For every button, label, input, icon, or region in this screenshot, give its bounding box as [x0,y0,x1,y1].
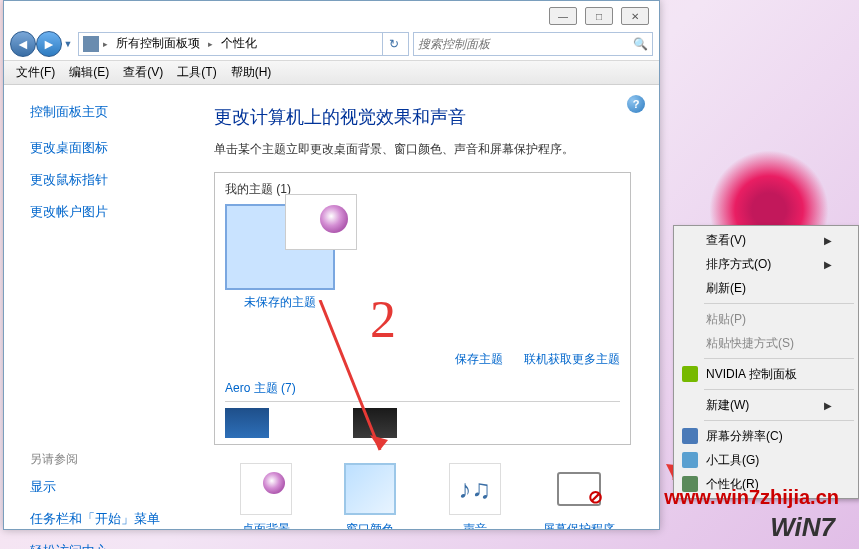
main-content: ? 更改计算机上的视觉效果和声音 单击某个主题立即更改桌面背景、窗口颜色、声音和… [204,85,659,529]
annotation-number-2: 2 [370,290,396,349]
breadcrumb-sep: ▸ [208,39,213,49]
ctx-gadgets[interactable]: 小工具(G) [676,448,856,472]
aero-themes-label: Aero 主题 (7) [225,380,620,402]
screensaver-icon [553,463,605,515]
window-color-button[interactable]: 窗口颜色 天空 [320,463,420,529]
ctx-separator [704,358,854,359]
desktop-context-menu: 查看(V)▶ 排序方式(O)▶ 刷新(E) 粘贴(P) 粘贴快捷方式(S) NV… [673,225,859,499]
page-description: 单击某个主题立即更改桌面背景、窗口颜色、声音和屏幕保护程序。 [214,141,631,158]
forward-button[interactable]: ► [36,31,62,57]
nav-history-dropdown[interactable]: ▼ [62,31,74,57]
breadcrumb-sep: ▸ [103,39,108,49]
sounds-button[interactable]: ♪♫ 声音 Windows 默认 [425,463,525,529]
ctx-nvidia[interactable]: NVIDIA 控制面板 [676,362,856,386]
search-input[interactable] [418,37,633,51]
sidebar-taskbar[interactable]: 任务栏和「开始」菜单 [30,510,194,528]
screensaver-title: 屏幕保护程序 [529,521,629,529]
menubar: 文件(F) 编辑(E) 查看(V) 工具(T) 帮助(H) [4,61,659,85]
ctx-new[interactable]: 新建(W)▶ [676,393,856,417]
ctx-separator [704,303,854,304]
nvidia-icon [682,366,698,382]
ctx-sort[interactable]: 排序方式(O)▶ [676,252,856,276]
see-also-label: 另请参阅 [30,451,194,468]
breadcrumb-part[interactable]: 所有控制面板项 [112,35,204,52]
aero-themes-strip [225,408,620,438]
ctx-paste: 粘贴(P) [676,307,856,331]
breadcrumb[interactable]: ▸ 所有控制面板项 ▸ 个性化 ↻ [78,32,409,56]
ctx-view[interactable]: 查看(V)▶ [676,228,856,252]
theme-name: 未保存的主题 [225,294,335,311]
search-icon[interactable]: 🔍 [633,37,648,51]
sidebar-account-picture[interactable]: 更改帐户图片 [30,203,194,221]
theme-actions: 保存主题 联机获取更多主题 [225,351,620,368]
theme-thumbnail [225,204,335,290]
desktop-background-button[interactable]: 桌面背景 Internet Explorer Wallpaper [216,463,316,529]
win7-logo: WiN7 [770,512,835,543]
ctx-separator [704,389,854,390]
nav-buttons: ◄ ► ▼ [10,31,74,57]
menu-file[interactable]: 文件(F) [10,62,61,83]
ctx-refresh[interactable]: 刷新(E) [676,276,856,300]
close-button[interactable]: ✕ [621,7,649,25]
themes-container: 我的主题 (1) 未保存的主题 保存主题 联机获取更多主题 Aero 主题 (7… [214,172,631,445]
ctx-separator [704,420,854,421]
wallpaper-title: 桌面背景 [216,521,316,529]
watermark-url: www.win7zhijia.cn [664,486,839,509]
wallpaper-preview [285,194,357,250]
search-box[interactable]: 🔍 [413,32,653,56]
sidebar: 控制面板主页 更改桌面图标 更改鼠标指针 更改帐户图片 另请参阅 显示 任务栏和… [4,85,204,529]
maximize-button[interactable]: □ [585,7,613,25]
window-color-title: 窗口颜色 [320,521,420,529]
submenu-arrow-icon: ▶ [824,259,832,270]
sidebar-home[interactable]: 控制面板主页 [30,103,194,121]
sidebar-ease-of-access[interactable]: 轻松访问中心 [30,542,194,549]
aero-theme-2[interactable] [353,408,397,438]
ctx-resolution[interactable]: 屏幕分辨率(C) [676,424,856,448]
minimize-button[interactable]: — [549,7,577,25]
menu-edit[interactable]: 编辑(E) [63,62,115,83]
theme-unsaved[interactable]: 未保存的主题 [225,204,335,311]
submenu-arrow-icon: ▶ [824,235,832,246]
aero-theme-1[interactable] [225,408,269,438]
get-more-themes-link[interactable]: 联机获取更多主题 [524,352,620,366]
sidebar-mouse-pointers[interactable]: 更改鼠标指针 [30,171,194,189]
nav-bar: ◄ ► ▼ ▸ 所有控制面板项 ▸ 个性化 ↻ 🔍 [4,27,659,61]
submenu-arrow-icon: ▶ [824,400,832,411]
window-body: 控制面板主页 更改桌面图标 更改鼠标指针 更改帐户图片 另请参阅 显示 任务栏和… [4,85,659,529]
breadcrumb-part[interactable]: 个性化 [217,35,261,52]
screensaver-button[interactable]: 屏幕保护程序 无 [529,463,629,529]
personalization-window: — □ ✕ ◄ ► ▼ ▸ 所有控制面板项 ▸ 个性化 ↻ 🔍 文件(F) 编辑… [3,0,660,530]
menu-help[interactable]: 帮助(H) [225,62,278,83]
control-panel-icon [83,36,99,52]
refresh-button[interactable]: ↻ [382,33,404,55]
page-title: 更改计算机上的视觉效果和声音 [214,105,631,129]
ctx-paste-shortcut: 粘贴快捷方式(S) [676,331,856,355]
back-button[interactable]: ◄ [10,31,36,57]
gadget-icon [682,452,698,468]
bottom-settings-row: 桌面背景 Internet Explorer Wallpaper 窗口颜色 天空… [214,463,631,529]
wallpaper-icon [240,463,292,515]
save-theme-link[interactable]: 保存主题 [455,352,503,366]
help-icon[interactable]: ? [627,95,645,113]
window-color-icon [344,463,396,515]
menu-view[interactable]: 查看(V) [117,62,169,83]
sidebar-display[interactable]: 显示 [30,478,194,496]
sound-title: 声音 [425,521,525,529]
resolution-icon [682,428,698,444]
sound-icon: ♪♫ [449,463,501,515]
sidebar-desktop-icons[interactable]: 更改桌面图标 [30,139,194,157]
menu-tools[interactable]: 工具(T) [171,62,222,83]
window-controls: — □ ✕ [549,7,649,27]
